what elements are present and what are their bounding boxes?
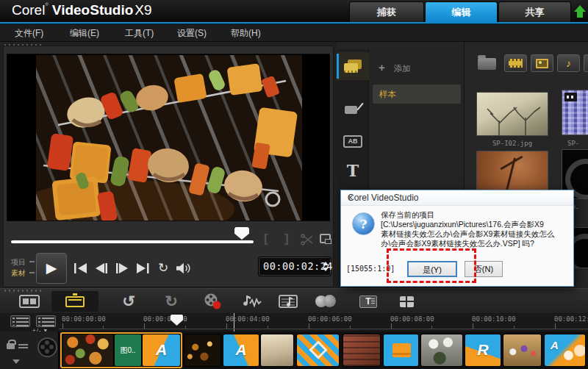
dialog-title-bar[interactable]: Corel VideoStudio × (341, 190, 573, 206)
add-label: 添加 (394, 64, 411, 73)
timecode-field[interactable]: 00:00:02:24 (258, 257, 331, 276)
tab-capture[interactable]: 捕获 (349, 1, 424, 22)
filter-audio-button[interactable]: ♪ (557, 54, 580, 72)
trademark-mark: ® (45, 2, 48, 7)
dialog-error-code: [15055:1:0] (346, 265, 395, 273)
circle-icon (574, 345, 586, 357)
menu-help[interactable]: 帮助(H) (231, 25, 261, 42)
category-title[interactable]: T (337, 157, 369, 184)
mark-out-icon[interactable]: ] (284, 232, 289, 246)
mode-project-label[interactable]: 项目 (11, 257, 26, 268)
auto-music-button[interactable] (276, 291, 303, 312)
timeline-transition-diamond[interactable] (296, 334, 340, 367)
next-frame-button[interactable] (112, 259, 132, 277)
crossfade-button[interactable] (312, 291, 341, 312)
box-icon (392, 343, 411, 357)
video-track-icon[interactable] (37, 337, 57, 357)
timeline-clip-market[interactable] (503, 334, 542, 367)
tab-edit[interactable]: 编辑 (425, 1, 498, 22)
message-line: 保存当前的项目 (381, 210, 570, 220)
undo-button[interactable]: ↺ (116, 291, 141, 312)
position-line (234, 313, 234, 332)
mode-clip-tick (29, 272, 35, 273)
mode-clip-label[interactable]: 素材 (11, 268, 26, 279)
timeline-transition-circles[interactable]: A (544, 334, 586, 367)
split-screen-button[interactable] (392, 291, 420, 312)
ruler-tick (268, 326, 268, 329)
thumbnail-video[interactable] (562, 90, 588, 135)
ruler-tick (185, 326, 186, 329)
storyboard-view-button[interactable] (13, 291, 46, 312)
transition-glyph: A (223, 334, 259, 365)
record-capture-button[interactable] (200, 291, 225, 312)
no-button[interactable]: 否(N) (465, 261, 503, 277)
timeline-transition[interactable]: A (142, 334, 181, 367)
ruler-tick (309, 323, 309, 329)
ruler-tick (144, 323, 145, 329)
timeline-toolbar: ↺ ↻ T (0, 288, 588, 313)
timecode-down-icon[interactable] (323, 268, 329, 271)
scrubber-handle[interactable] (234, 227, 249, 240)
split-clip-icon[interactable] (301, 234, 314, 246)
transition-ab-icon: AB (343, 135, 362, 148)
instant-project-icon (345, 103, 361, 115)
menu-edit[interactable]: 编辑(E) (70, 25, 99, 42)
menu-tools[interactable]: 工具(T) (125, 25, 154, 42)
previous-frame-button[interactable] (92, 259, 111, 277)
question-icon: ? (352, 212, 375, 235)
timeline-transition-box[interactable] (383, 334, 419, 367)
timeline-clip-photo[interactable]: 图0.. (114, 334, 142, 367)
timeline-clip-bbq[interactable] (62, 334, 114, 367)
timeline-clip-chefs[interactable] (420, 334, 463, 367)
upgrade-arrow-icon[interactable] (574, 5, 586, 18)
filter-extra-button[interactable] (584, 54, 588, 72)
home-button[interactable] (71, 259, 90, 277)
enlarge-preview-icon[interactable] (320, 234, 331, 243)
redo-button[interactable]: ↻ (159, 291, 184, 312)
video-frame (7, 54, 330, 221)
timecode-up-icon[interactable] (323, 262, 329, 265)
add-folder-button[interactable]: +添加 (379, 61, 411, 74)
yes-button[interactable]: 是(Y) (407, 261, 457, 277)
ripple-edit-icon[interactable] (18, 344, 28, 350)
timeline-transition[interactable]: R (465, 334, 501, 367)
category-media[interactable] (337, 52, 369, 80)
filter-photo-button[interactable] (531, 54, 553, 72)
subtitle-editor-button[interactable]: T (354, 291, 382, 312)
app-window: Corel®VideoStudioX9 捕获 编辑 共享 文件(F) 编辑(E)… (0, 0, 588, 369)
lock-icon[interactable] (7, 343, 15, 349)
close-icon[interactable]: × (348, 193, 567, 203)
preview-scrubber[interactable] (11, 240, 254, 243)
timeline-transition[interactable]: A (223, 334, 259, 367)
thumbnail-photo[interactable] (476, 92, 548, 136)
volume-button[interactable] (173, 259, 193, 277)
library-folder-sample[interactable]: 样本 (373, 85, 461, 104)
tab-share[interactable]: 共享 (498, 1, 571, 22)
category-instant-project[interactable] (337, 95, 369, 123)
track-manager-alt-button[interactable] (36, 315, 56, 327)
play-button[interactable]: ▶ (36, 253, 67, 284)
transition-glyph: R (465, 334, 501, 365)
timeline-clip-restaurant[interactable] (184, 334, 221, 367)
mark-in-icon[interactable]: [ (264, 232, 268, 246)
ruler-label: 00:00:06:00 (308, 315, 352, 323)
menu-settings[interactable]: 设置(S) (177, 25, 207, 42)
category-transition[interactable]: AB (337, 127, 369, 155)
track-manager-button[interactable] (10, 315, 30, 327)
timeline-ruler[interactable]: 00:00:00:00 00:00:02:00 00:00:04:00 00:0… (59, 313, 588, 332)
timeline-playhead[interactable] (171, 315, 183, 326)
folder-icon[interactable] (478, 58, 496, 70)
save-project-dialog: Corel VideoStudio × ? 保存当前的项目 [C:\Users\… (340, 190, 574, 287)
end-button[interactable] (133, 259, 152, 277)
timeline-clip-grill[interactable] (343, 334, 381, 367)
ruler-label: 00:00:12:00 (554, 315, 588, 323)
logo-version: X9 (135, 2, 151, 18)
repeat-button[interactable]: ↻ (154, 259, 173, 277)
timeline-view-button[interactable] (51, 291, 98, 312)
menu-file[interactable]: 文件(F) (15, 25, 43, 42)
sound-mixer-button[interactable] (238, 291, 265, 312)
filter-video-button[interactable] (504, 54, 527, 72)
timeline-clip-interior[interactable] (260, 334, 294, 367)
mode-project-tick (29, 261, 35, 262)
track-caret-icon[interactable] (12, 359, 20, 364)
